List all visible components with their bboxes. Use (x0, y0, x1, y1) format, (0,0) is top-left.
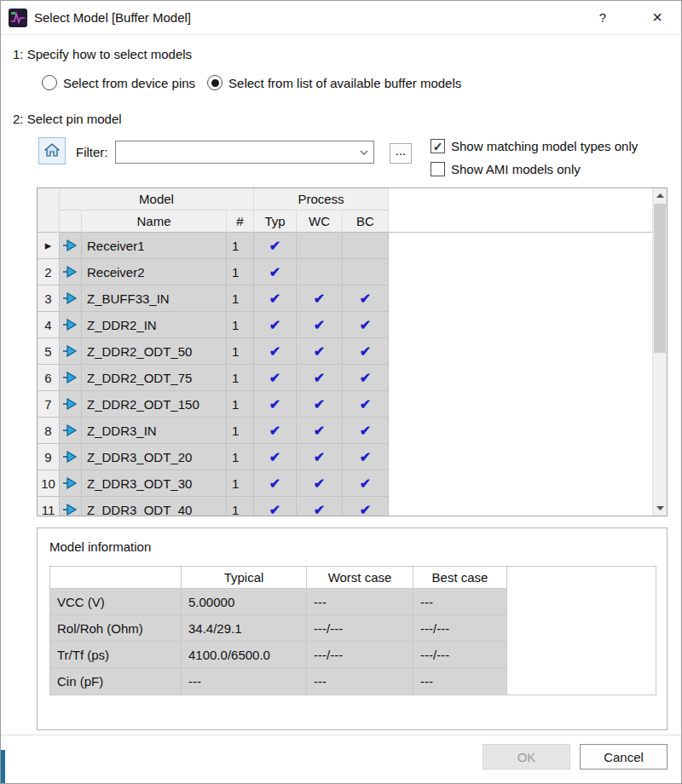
wc-check-cell: ✔ (297, 312, 343, 338)
bc-check-cell: ✔ (343, 497, 389, 516)
model-table-group-header: Model Process (38, 188, 652, 210)
table-row[interactable]: 10 Z_DDR3_ODT_30 1 ✔ ✔ ✔ (38, 470, 652, 497)
table-row[interactable]: 7 Z_DDR2_ODT_150 1 ✔ ✔ ✔ (38, 391, 652, 418)
wc-check-cell (297, 259, 343, 285)
table-row[interactable]: 6 Z_DDR2_ODT_75 1 ✔ ✔ ✔ (38, 365, 652, 391)
info-worst-value: --- (307, 668, 413, 695)
radio-select-from-buffer-models[interactable]: Select from list of available buffer mod… (207, 75, 461, 90)
checkbox-unchecked-icon (431, 162, 445, 176)
bc-check-cell (343, 233, 389, 259)
group-header-model: Model (60, 188, 254, 210)
model-count-cell: 1 (227, 285, 254, 312)
typ-check-cell: ✔ (254, 418, 297, 444)
buffer-icon (60, 444, 82, 470)
model-count-cell: 1 (227, 470, 254, 497)
model-count-cell: 1 (227, 444, 254, 470)
typ-check-cell: ✔ (254, 312, 297, 338)
wc-check-cell: ✔ (297, 338, 343, 365)
home-button[interactable] (38, 137, 66, 164)
model-information-group: Model information Typical Worst case Bes… (37, 527, 668, 730)
model-name-cell: Z_DDR3_ODT_20 (82, 444, 227, 470)
table-row[interactable]: 5 Z_DDR2_ODT_50 1 ✔ ✔ ✔ (38, 338, 652, 365)
model-name-cell: Z_DDR2_ODT_50 (82, 338, 227, 365)
info-row-label: VCC (V) (50, 589, 182, 615)
model-name-cell: Z_DDR3_ODT_30 (82, 470, 227, 497)
vertical-scrollbar[interactable] (652, 188, 667, 516)
info-header-worst-case: Worst case (307, 567, 413, 589)
model-name-cell: Z_DDR3_ODT_40 (82, 497, 227, 516)
browse-button[interactable]: ... (390, 143, 412, 164)
wc-check-cell: ✔ (297, 285, 343, 312)
table-row[interactable]: 4 Z_DDR2_IN 1 ✔ ✔ ✔ (38, 312, 652, 338)
table-row[interactable]: 3 Z_BUFF33_IN 1 ✔ ✔ ✔ (38, 285, 652, 312)
checkbox-checked-icon: ✓ (431, 139, 445, 153)
checkbox-label: Show AMI models only (451, 162, 581, 176)
model-count-cell: 1 (227, 259, 254, 285)
bc-check-cell: ✔ (343, 338, 389, 365)
model-name-cell: Z_DDR2_ODT_75 (82, 365, 227, 391)
filter-input[interactable] (116, 145, 355, 159)
table-row[interactable]: 11 Z_DDR3_ODT_40 1 ✔ ✔ ✔ (38, 497, 652, 516)
model-count-cell: 1 (227, 418, 254, 444)
row-header: 2 (38, 259, 60, 285)
buffer-icon (60, 470, 82, 497)
info-best-value: ---/--- (413, 642, 507, 668)
column-header-count: # (227, 210, 254, 233)
info-best-value: ---/--- (413, 615, 507, 642)
model-name-cell: Receiver1 (82, 233, 227, 259)
info-table-rows: VCC (V) 5.00000 --- --- Rol/Roh (Ohm) 34… (50, 589, 656, 695)
info-typical-value: 4100.0/6500.0 (182, 642, 307, 668)
typ-check-cell: ✔ (254, 365, 297, 391)
model-name-cell: Z_DDR2_IN (82, 312, 227, 338)
table-row[interactable]: 2 Receiver2 1 ✔ (38, 259, 652, 285)
checkbox-show-matching-model-types[interactable]: ✓ Show matching model types only (431, 139, 638, 153)
buffer-icon (60, 338, 82, 365)
info-row-label: Rol/Roh (Ohm) (50, 615, 182, 642)
radio-select-from-device-pins[interactable]: Select from device pins (42, 75, 195, 90)
scroll-up-icon[interactable] (653, 188, 667, 203)
info-typical-value: 5.00000 (182, 589, 307, 615)
check-glyph: ✓ (433, 140, 443, 153)
table-row[interactable]: ▸ Receiver1 1 ✔ (38, 233, 652, 259)
info-best-value: --- (413, 668, 507, 695)
wc-check-cell: ✔ (297, 444, 343, 470)
bc-check-cell: ✔ (343, 418, 389, 444)
typ-check-cell: ✔ (254, 338, 297, 365)
chevron-down-icon (355, 150, 373, 155)
model-count-cell: 1 (227, 365, 254, 391)
ok-button[interactable]: OK (483, 744, 570, 770)
info-header-blank (50, 567, 182, 589)
scrollbar-thumb[interactable] (654, 204, 666, 353)
wc-check-cell (297, 233, 343, 259)
close-button[interactable]: × (639, 1, 676, 35)
row-header: 11 (38, 497, 60, 516)
step2-label: 2: Select pin model (13, 112, 122, 126)
buffer-icon (60, 285, 82, 312)
info-header-best-case: Best case (413, 567, 507, 589)
filter-combobox[interactable] (115, 141, 374, 164)
info-worst-value: --- (307, 589, 413, 615)
wc-check-cell: ✔ (297, 497, 343, 516)
info-table-row: Tr/Tf (ps) 4100.0/6500.0 ---/--- ---/--- (50, 642, 656, 668)
model-table-column-header: Name # Typ WC BC (38, 210, 652, 233)
table-row[interactable]: 9 Z_DDR3_ODT_20 1 ✔ ✔ ✔ (38, 444, 652, 470)
cancel-button[interactable]: Cancel (580, 744, 668, 770)
help-button[interactable]: ? (584, 1, 621, 35)
bc-check-cell: ✔ (343, 444, 389, 470)
column-header-wc: WC (297, 210, 343, 233)
info-table-row: Cin (pF) --- --- --- (50, 668, 656, 695)
info-worst-value: ---/--- (307, 615, 413, 642)
checkbox-show-ami-models[interactable]: Show AMI models only (431, 162, 581, 176)
selection-mode-radios: Select from device pins Select from list… (42, 75, 461, 90)
model-count-cell: 1 (227, 312, 254, 338)
wc-check-cell: ✔ (297, 418, 343, 444)
row-header: ▸ (38, 233, 60, 259)
info-table-row: Rol/Roh (Ohm) 34.4/29.1 ---/--- ---/--- (50, 615, 656, 642)
table-row[interactable]: 8 Z_DDR3_IN 1 ✔ ✔ ✔ (38, 418, 652, 444)
window-edge-artifact (1, 750, 5, 784)
scroll-down-icon[interactable] (653, 501, 667, 516)
row-header: 3 (38, 285, 60, 312)
info-typical-value: --- (182, 668, 307, 695)
radio-unselected-icon (42, 75, 57, 90)
info-best-value: --- (413, 589, 507, 615)
